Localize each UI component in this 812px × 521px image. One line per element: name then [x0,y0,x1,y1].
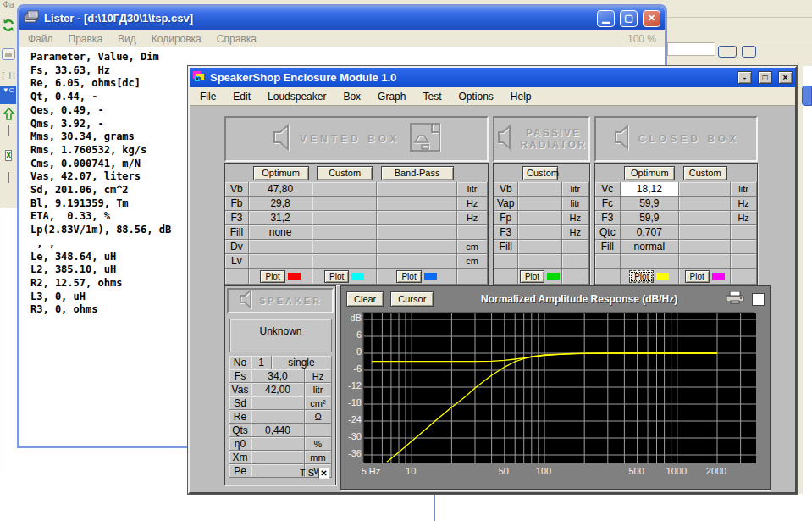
vented-unit-label: Hz [457,197,488,211]
vented-bandpass-button[interactable]: Band-Pass [381,166,454,180]
vented-value-cell[interactable] [312,197,377,211]
closed-plot-button[interactable]: Plot [685,270,710,283]
vented-value-cell[interactable]: none [249,225,313,240]
vented-value-cell[interactable] [377,225,457,240]
closed-value-cell[interactable]: 59,9 [621,197,679,211]
lister-menu-item[interactable]: Справка [217,33,257,45]
ts-checkbox[interactable]: ✕ [318,468,329,479]
graph-option-toggle[interactable] [752,293,765,306]
speaker-name-field[interactable]: Unknown [229,319,332,352]
speaker-value-cell[interactable] [251,396,305,410]
speaker-value-cell[interactable]: 34,0 [251,369,305,383]
menu-item-loudspeaker[interactable]: Loudspeaker [268,91,326,103]
menu-item-graph[interactable]: Graph [378,91,406,103]
passive-value-cell[interactable] [518,211,561,225]
menu-item-test[interactable]: Test [423,91,441,103]
vented-value-cell[interactable] [377,240,457,254]
passive-value-cell[interactable] [518,197,561,211]
speaker-value-cell[interactable]: 0,440 [251,424,305,437]
menu-item-box[interactable]: Box [343,91,361,103]
amplitude-response-chart[interactable] [363,313,755,463]
speaker-no-value[interactable]: 1 [251,356,272,369]
lin-doc-icon[interactable] [0,125,17,135]
vented-plot-button[interactable]: Plot [324,270,349,283]
menu-item-file[interactable]: File [200,91,216,103]
closed-value-cell[interactable]: 18,12 [621,182,679,197]
closed-value-cell[interactable]: 59,9 [621,211,679,225]
closed-box-banner[interactable]: CLOSED BOX [594,116,758,162]
vented-value-cell[interactable]: 31,2 [249,211,313,225]
lister-menu-item[interactable]: Правка [69,33,103,45]
cursor-button[interactable]: Cursor [390,291,434,307]
closed-value-cell[interactable]: normal [621,240,679,254]
vented-plot-button[interactable]: Plot [260,270,284,283]
refresh-icon[interactable] [0,19,17,34]
passive-value-cell[interactable] [518,254,561,269]
vented-value-cell[interactable]: 29,8 [249,197,313,211]
menu-item-options[interactable]: Options [458,91,493,103]
speaker-value-cell[interactable]: 42,00 [251,383,305,396]
vented-value-cell[interactable] [249,254,313,269]
vented-unit-label: cm [457,240,488,254]
vented-value-cell[interactable] [377,211,457,225]
printer-icon[interactable] [725,291,745,308]
passive-custom-button[interactable]: Custom [522,166,558,180]
vented-value-cell[interactable] [312,225,377,240]
passive-value-cell[interactable] [518,240,561,254]
vented-value-cell[interactable] [312,211,377,225]
passive-radiator-banner[interactable]: PASSIVERADIATOR [493,116,590,162]
closed-value-cell[interactable] [679,211,731,225]
vented-plot-button[interactable]: Plot [396,270,421,283]
closed-value-cell[interactable] [679,197,731,211]
speaker-value-cell[interactable] [251,410,305,424]
vented-value-cell[interactable] [377,197,457,211]
excel-doc-icon[interactable]: X [0,149,17,163]
vented-value-cell[interactable] [312,182,377,197]
lister-menu-item[interactable]: Вид [118,33,136,45]
drive-dropdown[interactable]: ▼С [0,86,16,104]
lister-minimize-button[interactable]: ▁ [597,10,615,27]
bg-scroll-button[interactable] [802,86,812,106]
lister-maximize-button[interactable]: ▢ [620,10,638,27]
closed-value-cell[interactable] [679,225,731,240]
passive-unit-label [562,240,589,254]
passive-value-cell[interactable] [518,225,561,240]
speakershop-close-button[interactable]: × [778,71,793,84]
menu-item-help[interactable]: Help [511,91,532,103]
closed-unit-label: Hz [731,197,757,211]
closed-value-cell[interactable] [679,182,731,197]
closed-value-cell[interactable]: 0,707 [621,225,679,240]
clear-button[interactable]: Clear [346,291,384,307]
lister-menu-item[interactable]: Файл [28,33,53,45]
lister-menu-item[interactable]: Кодировка [152,33,202,45]
closed-value-cell[interactable] [621,254,679,269]
up-arrow-icon[interactable] [0,108,17,123]
vented-value-cell[interactable]: 47,80 [249,182,313,197]
passive-value-cell[interactable] [518,182,561,197]
speakershop-maximize-button[interactable]: □ [758,71,772,84]
vented-optimum-button[interactable]: Optimum [253,166,309,180]
toolbar-button-icon[interactable] [0,48,17,60]
speaker-value-cell[interactable] [251,451,305,464]
speaker-mode-value[interactable]: single [272,356,332,369]
closed-value-cell[interactable] [679,254,731,269]
speakershop-titlebar[interactable]: XL SpeakerShop Enclosure Module 1.0 - □ … [190,68,795,87]
vented-value-cell[interactable] [377,254,457,269]
lister-close-button[interactable]: ✕ [643,10,660,27]
menu-item-edit[interactable]: Edit [233,91,251,103]
closed-value-cell[interactable] [679,240,731,254]
passive-plot-button[interactable]: Plot [520,270,544,283]
vented-box-banner[interactable]: VENTED BOX [224,116,489,162]
vented-custom-button[interactable]: Custom [317,166,373,180]
speaker-value-cell[interactable] [251,437,305,451]
closed-plot-button[interactable]: Plot [629,270,654,283]
lister-titlebar[interactable]: Lister - [d:\10ГД30\1\tsp.csv] ▁ ▢ ✕ [19,7,665,30]
vented-value-cell[interactable] [312,240,377,254]
closed-custom-button[interactable]: Custom [683,166,727,180]
closed-optimum-button[interactable]: Optimum [624,166,675,180]
vented-value-cell[interactable] [249,240,313,254]
lin-doc-icon[interactable] [0,173,17,182]
speakershop-minimize-button[interactable]: - [737,71,752,84]
vented-value-cell[interactable] [377,182,457,197]
vented-value-cell[interactable] [312,254,377,269]
